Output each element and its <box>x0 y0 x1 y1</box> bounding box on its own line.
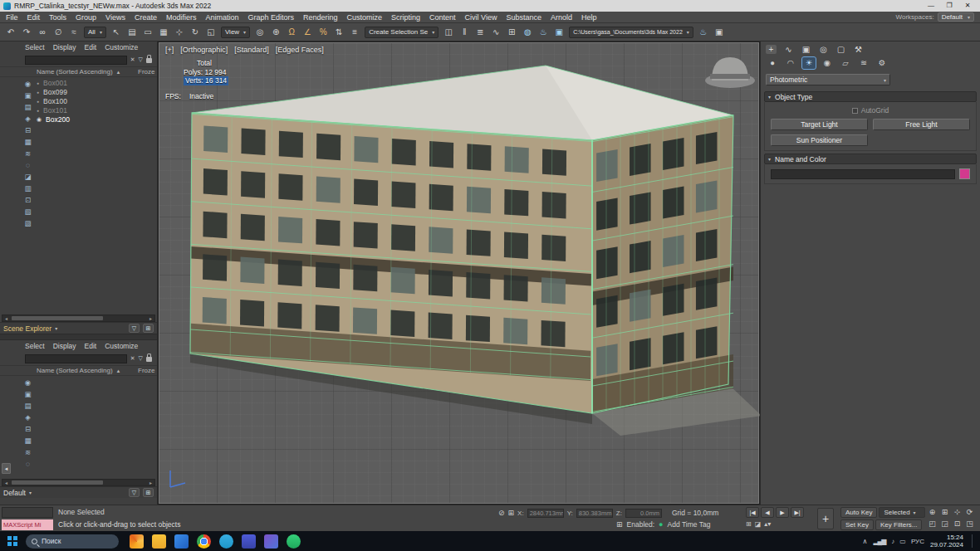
list-item-selected[interactable]: ◉ Box200 <box>37 115 157 124</box>
tab-display[interactable]: Display <box>53 43 76 51</box>
explorer-strip-icon[interactable]: ▤ <box>22 401 33 411</box>
select-and-rotate-icon[interactable]: ↻ <box>189 26 201 39</box>
menu-edit[interactable]: Edit <box>27 13 41 22</box>
tab-motion[interactable]: ◎ <box>818 45 829 54</box>
filter-icon[interactable]: ▽ <box>139 56 143 63</box>
select-and-scale-icon[interactable]: ◱ <box>205 26 217 39</box>
list-item[interactable]: ● Box099 <box>37 87 157 96</box>
app-media[interactable] <box>242 534 256 549</box>
taskbar-search[interactable]: Поиск <box>26 534 119 549</box>
explorer-strip-icon[interactable]: ◈ <box>22 412 33 422</box>
window-crossing-icon[interactable]: ▦ <box>158 26 169 39</box>
app-store[interactable] <box>264 534 278 549</box>
tray-expand-icon[interactable]: ∧ <box>863 538 868 545</box>
tab-display[interactable]: ▢ <box>835 45 846 54</box>
select-object-icon[interactable]: ↖ <box>110 26 122 39</box>
network-icon[interactable]: ▂▄▆ <box>873 538 885 545</box>
orbit-icon[interactable]: ⟳ <box>964 507 975 518</box>
use-center-icon[interactable]: ◎ <box>254 26 266 39</box>
explorer-strip-icon[interactable]: ▤ <box>22 102 33 112</box>
horizontal-scrollbar[interactable]: ◂ ▸ <box>2 315 155 322</box>
angle-snap-icon[interactable]: ∠ <box>301 26 313 39</box>
menu-customize[interactable]: Customize <box>347 13 383 22</box>
explorer-preset-name[interactable]: Scene Explorer <box>3 324 51 333</box>
explorer-strip-icon[interactable]: ▣ <box>22 90 33 100</box>
menu-animation[interactable]: Animation <box>205 13 238 22</box>
set-key-button[interactable]: Set Key <box>840 519 874 530</box>
selection-set-dropdown[interactable]: Selected ▾ <box>879 507 925 518</box>
tab-edit[interactable]: Edit <box>85 43 97 51</box>
explorer-preset-name[interactable]: Default <box>3 489 26 497</box>
material-editor-icon[interactable]: ◍ <box>522 26 533 39</box>
viewport-faces-menu[interactable]: [Edged Faces] <box>276 46 324 54</box>
target-light-button[interactable]: Target Light <box>771 119 868 130</box>
scroll-left-icon[interactable]: ◂ <box>2 480 10 485</box>
battery-icon[interactable]: ▭ <box>899 538 905 545</box>
undo-icon[interactable]: ↶ <box>5 26 17 39</box>
tab-select[interactable]: Select <box>25 43 45 51</box>
explorer-search-input[interactable] <box>25 354 127 363</box>
frozen-column-header[interactable]: Froze <box>138 68 156 76</box>
field-of-view-icon[interactable]: ◲ <box>939 519 950 529</box>
auto-key-button[interactable]: Auto Key <box>840 507 877 518</box>
volume-icon[interactable]: ♪ <box>891 538 894 545</box>
app-photos[interactable] <box>174 534 189 549</box>
layer-manager-icon[interactable]: ≣ <box>474 26 486 39</box>
previous-frame-button[interactable]: ◀ <box>761 507 774 518</box>
clear-search-icon[interactable]: ✕ <box>130 355 135 362</box>
minimize-button[interactable]: — <box>922 0 940 12</box>
explorer-strip-icon[interactable]: ⊟ <box>22 125 33 135</box>
x-coordinate-field[interactable]: 2840.713mm <box>527 509 564 518</box>
start-button[interactable] <box>3 532 22 550</box>
menu-arnold[interactable]: Arnold <box>551 13 572 22</box>
menu-create[interactable]: Create <box>135 13 157 22</box>
horizontal-scrollbar[interactable]: ◂ ▸ <box>2 479 155 486</box>
go-to-end-button[interactable]: ▶| <box>791 507 804 518</box>
pan-icon[interactable]: ⊹ <box>952 507 963 518</box>
explorer-strip-icon[interactable]: ◈ <box>22 114 33 124</box>
tab-display[interactable]: Display <box>53 342 76 350</box>
footer-grid-button[interactable]: ⊞ <box>143 488 154 497</box>
app-file-explorer[interactable] <box>152 534 166 549</box>
maxscript-listener-row[interactable] <box>2 507 53 518</box>
eye-icon[interactable]: ◉ <box>37 116 42 123</box>
tab-edit[interactable]: Edit <box>85 342 97 350</box>
tab-customize[interactable]: Customize <box>105 342 138 350</box>
explorer-strip-icon[interactable]: ◉ <box>22 79 33 89</box>
lock-icon[interactable] <box>146 58 152 63</box>
menu-substance[interactable]: Substance <box>506 13 541 22</box>
menu-tools[interactable]: Tools <box>49 13 66 22</box>
explorer-column-header[interactable]: Name (Sorted Ascending) ▲ Froze <box>0 66 157 77</box>
select-and-link-icon[interactable]: ∞ <box>37 26 48 39</box>
menu-civil-view[interactable]: Civil View <box>465 13 497 22</box>
create-selection-set-field[interactable]: Create Selection Se ▾ <box>365 27 439 38</box>
select-by-name-icon[interactable]: ▤ <box>126 26 138 39</box>
language-indicator[interactable]: РУС <box>911 538 924 545</box>
scroll-right-icon[interactable]: ▸ <box>147 480 154 485</box>
viewport-general-menu[interactable]: [+] <box>165 46 174 54</box>
zoom-all-icon[interactable]: ⊡ <box>952 519 963 529</box>
category-shapes-icon[interactable]: ◠ <box>784 57 797 69</box>
explorer-strip-icon[interactable]: ≋ <box>22 447 33 457</box>
rollout-header[interactable]: ▾ Object Type <box>764 91 977 102</box>
category-lights-icon[interactable]: ☀ <box>802 57 816 69</box>
zoom-region-icon[interactable]: ◰ <box>927 519 938 529</box>
schematic-view-icon[interactable]: ⊞ <box>506 26 517 39</box>
rendered-frame-window-icon[interactable]: ▣ <box>553 26 565 39</box>
list-item[interactable]: ● Box100 <box>37 96 157 105</box>
autogrid-checkbox[interactable] <box>852 108 858 114</box>
clear-search-icon[interactable]: ✕ <box>130 56 135 63</box>
explorer-strip-icon[interactable]: ◌ <box>22 160 33 170</box>
selection-lock-icon[interactable]: ⊞ <box>508 509 515 517</box>
explorer-strip-icon[interactable]: ▨ <box>22 218 33 228</box>
frame-spinner-icon[interactable]: ▴▾ <box>764 520 771 528</box>
explorer-strip-icon[interactable]: ⊡ <box>22 195 33 205</box>
app-3dsmax[interactable] <box>130 534 144 549</box>
lock-icon[interactable] <box>146 357 152 362</box>
clock[interactable]: 15:24 29.07.2024 <box>930 534 963 549</box>
sun-positioner-button[interactable]: Sun Positioner <box>771 134 868 146</box>
explorer-strip-icon[interactable]: ◪ <box>22 172 33 182</box>
rollout-header[interactable]: ▾ Name and Color <box>764 154 977 164</box>
menu-rendering[interactable]: Rendering <box>303 13 338 22</box>
close-button[interactable]: ✕ <box>958 0 977 12</box>
